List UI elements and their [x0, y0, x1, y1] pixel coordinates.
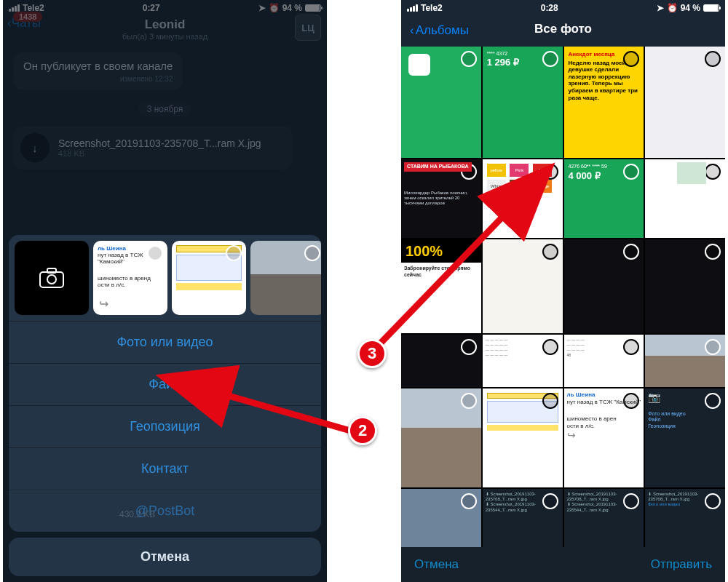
- chat-body: Он публикует в своем канале изменено 12:…: [3, 45, 327, 177]
- signal-icon: [407, 4, 418, 12]
- picker-cancel-button[interactable]: Отмена: [414, 557, 459, 572]
- attachment-sheet: ль Шеина нут назад в ТСЖ "Камский" шином…: [9, 235, 321, 576]
- grid-cell[interactable]: [645, 239, 725, 333]
- status-bar: Tele2 0:28 ➤ ⏰ 94 %: [401, 0, 725, 16]
- phone-right: Tele2 0:28 ➤ ⏰ 94 % ‹ Альбомы Все фото *…: [401, 0, 725, 582]
- menu-contact[interactable]: Контакт: [9, 447, 321, 490]
- phone-left: Tele2 0:27 ➤ ⏰ 94 % ‹ Чаты 1438 Leonid б…: [3, 0, 327, 582]
- menu-photo-video[interactable]: Фото или видео: [9, 321, 321, 363]
- clock: 0:27: [143, 3, 160, 13]
- grid-cell[interactable]: [645, 47, 725, 158]
- camera-tile[interactable]: [15, 241, 89, 315]
- grid-cell[interactable]: [401, 489, 481, 547]
- grid-cell[interactable]: ль Шеина нут назад в ТСЖ "Камский" шином…: [564, 388, 644, 487]
- chat-subtitle: был(а) 3 минуты назад: [3, 32, 327, 41]
- grid-cell[interactable]: ⬇ Screenshot_20191103-235708_T...ram X.j…: [483, 489, 563, 547]
- photo-grid[interactable]: **** 4372 1 296 ₽ Анекдот месяца Неделю …: [401, 47, 725, 547]
- grid-cell[interactable]: [645, 335, 725, 387]
- carrier-label: Tele2: [421, 3, 443, 13]
- photo-thumb[interactable]: [172, 241, 246, 315]
- grid-cell[interactable]: [401, 335, 481, 387]
- grid-cell[interactable]: [483, 388, 563, 487]
- clock: 0:28: [541, 3, 558, 13]
- grid-cell[interactable]: СТАВИМ НА РЫБАКОВА Миллиардер Рыбаков по…: [401, 159, 481, 238]
- message-edited-label: изменено 12:32: [23, 75, 173, 83]
- grid-cell[interactable]: ⬇ Screenshot_20191103-235708_T...ram X.j…: [564, 489, 644, 547]
- grid-cell[interactable]: **** 4372 1 296 ₽: [483, 47, 563, 158]
- cancel-button[interactable]: Отмена: [9, 538, 321, 576]
- alarm-icon: ⏰: [269, 3, 280, 13]
- message-text: Он публикует в своем канале: [23, 60, 173, 72]
- grid-cell[interactable]: [401, 388, 481, 487]
- photo-thumb[interactable]: [250, 241, 321, 315]
- camera-icon: [39, 268, 64, 288]
- avatar[interactable]: LЦ: [295, 15, 321, 41]
- chat-title[interactable]: Leonid: [3, 17, 327, 32]
- location-icon: ➤: [657, 3, 664, 13]
- battery-pct: 94 %: [282, 3, 302, 13]
- svg-point-1: [47, 275, 56, 284]
- picker-send-button[interactable]: Отправить: [651, 557, 712, 572]
- alarm-icon: ⏰: [667, 3, 678, 13]
- grid-cell[interactable]: [401, 47, 481, 158]
- file-attachment[interactable]: ↓ Screenshot_20191103-235708_T...ram X.j…: [13, 126, 293, 170]
- picker-title: Все фото: [401, 22, 725, 36]
- location-icon: ➤: [258, 3, 266, 13]
- grid-cell[interactable]: Анекдот месяца Неделю назад моей девушке…: [564, 47, 644, 158]
- menu-postbot[interactable]: @PostBot: [9, 490, 321, 532]
- grid-cell[interactable]: — — — —— — — —— — — —48: [564, 335, 644, 387]
- grid-cell[interactable]: 100% Забронируйте стол прямо сейчас: [401, 239, 481, 333]
- message-bubble[interactable]: Он публикует в своем канале изменено 12:…: [13, 52, 183, 90]
- share-icon: ↪: [99, 297, 108, 311]
- grid-cell[interactable]: 4276 60** **** 59 4 000 ₽: [564, 159, 644, 238]
- recent-photos-strip[interactable]: ль Шеина нут назад в ТСЖ "Камский" шином…: [9, 235, 321, 321]
- hidden-file-size: 430,2 KB: [119, 509, 155, 519]
- menu-location[interactable]: Геопозиция: [9, 405, 321, 447]
- file-size: 418 KB: [58, 149, 261, 158]
- file-name: Screenshot_20191103-235708_T...ram X.jpg: [58, 137, 261, 149]
- grid-cell[interactable]: 📷 Фото или видео Файл Геопозиция: [645, 388, 725, 487]
- grid-cell[interactable]: yellow Pink Red White Brown orange: [483, 159, 563, 238]
- unread-badge: 1438: [13, 12, 42, 22]
- photo-thumb[interactable]: ль Шеина нут назад в ТСЖ "Камский" шином…: [93, 241, 167, 315]
- battery-icon: [305, 4, 321, 12]
- battery-pct: 94 %: [681, 3, 700, 13]
- grid-cell[interactable]: [483, 239, 563, 333]
- svg-rect-2: [47, 268, 56, 273]
- grid-cell[interactable]: [564, 239, 644, 333]
- date-divider: 3 ноября: [13, 102, 317, 114]
- signal-icon: [9, 4, 20, 12]
- grid-cell[interactable]: ⬇ Screenshot_20191103-235708_T...ram X.j…: [645, 489, 725, 547]
- chat-header: ‹ Чаты 1438 Leonid был(а) 3 минуты назад…: [3, 16, 327, 45]
- grid-cell[interactable]: [645, 159, 725, 238]
- picker-footer: Отмена Отправить: [401, 547, 725, 582]
- battery-icon: [703, 4, 719, 12]
- download-icon[interactable]: ↓: [20, 133, 50, 162]
- callout-3: 3: [357, 339, 387, 368]
- grid-cell[interactable]: — — — — —— — — — —— — — — —— — — — —: [483, 335, 563, 387]
- callout-2: 2: [348, 416, 377, 445]
- menu-file[interactable]: Файл: [9, 363, 321, 405]
- status-bar: Tele2 0:27 ➤ ⏰ 94 %: [3, 0, 327, 16]
